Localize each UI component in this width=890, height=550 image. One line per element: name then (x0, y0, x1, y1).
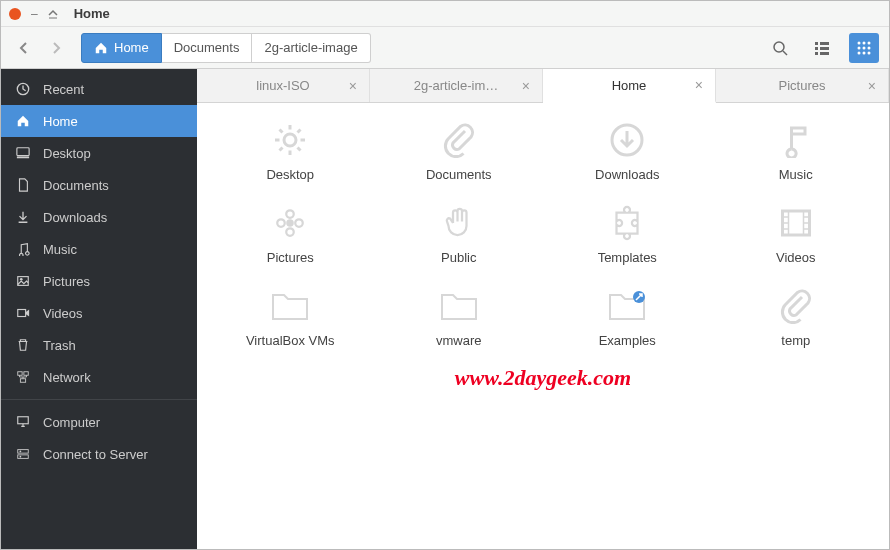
home-icon (15, 114, 31, 128)
window-title: Home (74, 6, 110, 21)
svg-point-35 (287, 228, 295, 236)
sidebar-item-pictures[interactable]: Pictures (1, 265, 197, 297)
tab-2[interactable]: Home× (543, 69, 716, 103)
grid-view-icon[interactable] (849, 33, 879, 63)
close-icon[interactable]: × (695, 77, 703, 93)
folder-label: Templates (598, 250, 657, 265)
folder-pictures[interactable]: Pictures (211, 202, 370, 265)
svg-point-31 (284, 134, 296, 146)
search-icon[interactable] (765, 33, 795, 63)
icon-grid: www.2daygeek.com DesktopDocumentsDownloa… (197, 103, 889, 549)
sidebar-item-network[interactable]: Network (1, 361, 197, 393)
sidebar: RecentHomeDesktopDocumentsDownloadsMusic… (1, 69, 197, 549)
folder-icon (435, 285, 483, 327)
close-icon[interactable] (9, 8, 21, 20)
tab-bar: linux-ISO×2g-article-im…×Home×Pictures× (197, 69, 889, 103)
tab-3[interactable]: Pictures× (716, 69, 889, 102)
folder-music[interactable]: Music (717, 119, 876, 182)
sidebar-item-desktop[interactable]: Desktop (1, 137, 197, 169)
close-icon[interactable]: × (349, 78, 357, 94)
computer-icon (15, 415, 31, 429)
sidebar-item-videos[interactable]: Videos (1, 297, 197, 329)
sidebar-item-music[interactable]: Music (1, 233, 197, 265)
hand-icon (435, 202, 483, 244)
folder-label: Pictures (267, 250, 314, 265)
trash-icon (15, 338, 31, 352)
svg-rect-27 (18, 450, 29, 454)
forward-button[interactable] (43, 35, 69, 61)
svg-point-33 (287, 219, 295, 227)
gear-icon (266, 119, 314, 161)
folder-temp[interactable]: temp (717, 285, 876, 348)
maximize-icon[interactable] (48, 9, 58, 19)
folder-examples[interactable]: Examples (548, 285, 707, 348)
clip-icon (772, 285, 820, 327)
sidebar-item-downloads[interactable]: Downloads (1, 201, 197, 233)
svg-point-30 (20, 456, 22, 458)
path-segment-2[interactable]: 2g-article-image (252, 33, 370, 63)
svg-rect-4 (815, 47, 818, 50)
svg-point-34 (287, 210, 295, 218)
svg-point-14 (858, 51, 861, 54)
down-icon (603, 119, 651, 161)
file-manager-window: – Home HomeDocuments2g-article-image R (0, 0, 890, 550)
tab-1[interactable]: 2g-article-im…× (370, 69, 543, 102)
folder-label: Documents (426, 167, 492, 182)
sidebar-separator (1, 399, 197, 400)
sidebar-item-documents[interactable]: Documents (1, 169, 197, 201)
folder-downloads[interactable]: Downloads (548, 119, 707, 182)
path-segment-0[interactable]: Home (81, 33, 162, 63)
content-area: linux-ISO×2g-article-im…×Home×Pictures× … (197, 69, 889, 549)
folder-label: VirtualBox VMs (246, 333, 335, 348)
desktop-icon (15, 146, 31, 160)
sidebar-item-label: Home (43, 114, 78, 129)
svg-point-16 (868, 51, 871, 54)
svg-rect-2 (815, 42, 818, 45)
folder-virtualbox-vms[interactable]: VirtualBox VMs (211, 285, 370, 348)
folder-templates[interactable]: Templates (548, 202, 707, 265)
sidebar-item-label: Music (43, 242, 77, 257)
folder-label: temp (781, 333, 810, 348)
minimize-icon[interactable]: – (31, 7, 38, 21)
clock-icon (15, 82, 31, 96)
svg-rect-23 (18, 372, 22, 376)
folder-videos[interactable]: Videos (717, 202, 876, 265)
svg-point-9 (863, 41, 866, 44)
tab-0[interactable]: linux-ISO× (197, 69, 370, 102)
folder-public[interactable]: Public (380, 202, 539, 265)
sidebar-item-recent[interactable]: Recent (1, 73, 197, 105)
downloads-icon (15, 210, 31, 224)
toolbar: HomeDocuments2g-article-image (1, 27, 889, 69)
path-segment-1[interactable]: Documents (162, 33, 253, 63)
folder-icon (266, 285, 314, 327)
list-view-icon[interactable] (807, 33, 837, 63)
sidebar-item-label: Desktop (43, 146, 91, 161)
folder-label: vmware (436, 333, 482, 348)
svg-point-11 (858, 46, 861, 49)
close-icon[interactable]: × (522, 78, 530, 94)
tab-label: Home (612, 78, 647, 93)
sidebar-item-home[interactable]: Home (1, 105, 197, 137)
svg-rect-5 (820, 47, 829, 50)
svg-rect-22 (18, 310, 26, 317)
home-icon (94, 41, 108, 55)
puzzle-icon (603, 202, 651, 244)
folder-desktop[interactable]: Desktop (211, 119, 370, 182)
svg-point-21 (20, 278, 23, 281)
server-icon (15, 447, 31, 461)
sidebar-item-computer[interactable]: Computer (1, 406, 197, 438)
back-button[interactable] (11, 35, 37, 61)
svg-line-1 (783, 51, 787, 55)
videos-icon (15, 306, 31, 320)
folder-vmware[interactable]: vmware (380, 285, 539, 348)
folder-label: Desktop (266, 167, 314, 182)
close-icon[interactable]: × (868, 78, 876, 94)
folder-documents[interactable]: Documents (380, 119, 539, 182)
clip-icon (435, 119, 483, 161)
sidebar-item-trash[interactable]: Trash (1, 329, 197, 361)
svg-point-10 (868, 41, 871, 44)
sidebar-item-label: Pictures (43, 274, 90, 289)
folder-label: Videos (776, 250, 816, 265)
tab-label: Pictures (779, 78, 826, 93)
sidebar-item-connect-to-server[interactable]: Connect to Server (1, 438, 197, 470)
